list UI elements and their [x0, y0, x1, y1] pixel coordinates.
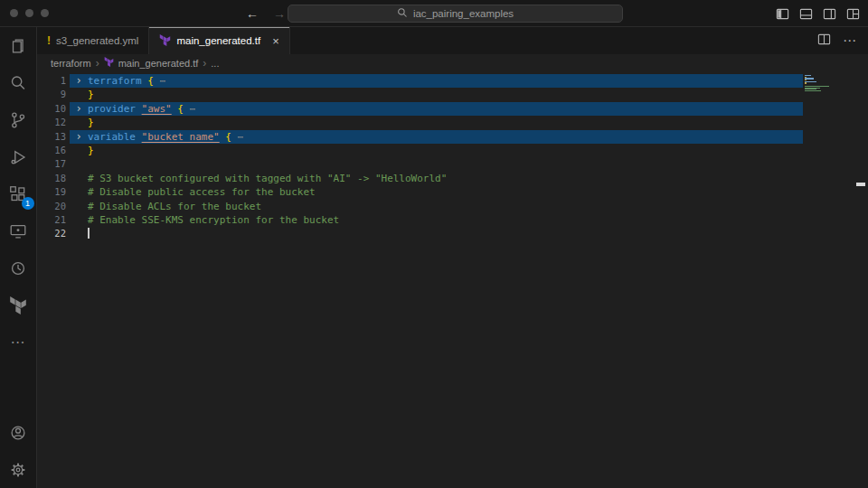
minimize-window-button[interactable] [25, 9, 33, 17]
minimap-line [805, 90, 821, 91]
code-text: variable "bucket_name" { ⋯ [88, 130, 243, 144]
terraform-sidebar-icon[interactable] [0, 286, 37, 324]
toggle-panel-icon[interactable] [799, 7, 813, 21]
breadcrumb-folder[interactable]: terraform [51, 58, 91, 69]
window-controls [0, 9, 49, 17]
breadcrumb-more[interactable]: ... [211, 58, 219, 69]
line-number: 1 [37, 74, 70, 88]
minimap[interactable] [805, 75, 843, 93]
fold-gutter [70, 213, 88, 227]
line-number: 13 [37, 130, 70, 144]
tab-label: main_generated.tf [176, 35, 260, 46]
fold-gutter [70, 144, 88, 157]
additional-views-icon[interactable]: ⋯ [0, 324, 37, 361]
line-number: 10 [37, 102, 70, 116]
code-line-18[interactable]: 18# S3 bucket configured with tagged wit… [37, 172, 868, 185]
code-line-20[interactable]: 20# Disable ACLs for the bucket [37, 200, 868, 213]
layout-controls [776, 0, 860, 27]
clock-extension-icon[interactable] [0, 249, 37, 286]
fold-gutter [70, 116, 88, 129]
accounts-icon[interactable] [0, 414, 37, 451]
code-text: terraform { ⋯ [88, 74, 165, 88]
fold-gutter [70, 157, 88, 171]
code-text: } [88, 144, 94, 157]
more-actions-icon[interactable]: ⋯ [843, 33, 857, 49]
code-line-21[interactable]: 21# Enable SSE-KMS encryption for the bu… [37, 213, 868, 227]
close-tab-icon[interactable]: × [272, 35, 279, 47]
code-text: # Disable public access for the bucket [88, 185, 316, 199]
code-line-16[interactable]: 16} [37, 144, 868, 157]
close-window-button[interactable] [10, 9, 18, 17]
code-editor[interactable]: 1›terraform { ⋯9}10›provider "aws" { ⋯12… [37, 71, 868, 488]
code-text: provider "aws" { ⋯ [88, 102, 195, 116]
code-line-9[interactable]: 9} [37, 88, 868, 101]
line-number: 12 [37, 116, 70, 129]
remote-explorer-icon[interactable] [0, 212, 37, 249]
minimap-line [805, 82, 807, 83]
warning-icon: ! [47, 34, 51, 47]
toggle-sidebar-icon[interactable] [776, 7, 789, 21]
fold-chevron-icon[interactable]: › [70, 130, 88, 144]
line-number: 20 [37, 200, 70, 213]
code-text [88, 227, 90, 240]
line-number: 18 [37, 172, 70, 185]
code-text: } [88, 116, 94, 129]
fold-gutter [70, 88, 88, 101]
source-control-icon[interactable] [0, 101, 37, 138]
fold-gutter [70, 200, 88, 213]
line-number: 16 [37, 144, 70, 157]
back-button[interactable]: ← [246, 6, 259, 21]
code-line-19[interactable]: 19# Disable public access for the bucket [37, 185, 868, 199]
code-lines: 1›terraform { ⋯9}10›provider "aws" { ⋯12… [37, 74, 868, 241]
code-text: # S3 bucket configured with tagged with … [88, 172, 447, 185]
search-sidebar-icon[interactable] [0, 64, 37, 101]
chevron-right-icon: › [203, 57, 206, 70]
fold-chevron-icon[interactable]: › [70, 74, 88, 88]
extensions-icon[interactable]: 1 [0, 175, 37, 212]
history-navigation: ← → [246, 0, 286, 27]
tab-bar: ! s3_generated.yml main_generated.tf × [37, 27, 868, 54]
customize-layout-icon[interactable] [846, 7, 860, 21]
tab-s3-generated-yml[interactable]: ! s3_generated.yml [37, 27, 149, 54]
code-line-1[interactable]: 1›terraform { ⋯ [37, 74, 868, 88]
code-line-13[interactable]: 13›variable "bucket_name" { ⋯ [37, 130, 868, 144]
fold-gutter [70, 227, 88, 240]
line-number: 17 [37, 157, 70, 171]
run-debug-icon[interactable] [0, 138, 37, 175]
settings-gear-icon[interactable] [0, 451, 37, 488]
split-editor-icon[interactable] [817, 33, 831, 50]
fold-chevron-icon[interactable]: › [70, 102, 88, 116]
editor-area: ! s3_generated.yml main_generated.tf × [37, 27, 868, 488]
terraform-file-icon [159, 34, 171, 48]
line-number: 9 [37, 88, 70, 101]
code-line-22[interactable]: 22 [37, 227, 868, 240]
title-bar: ← → iac_pairing_examples [0, 0, 868, 27]
code-line-12[interactable]: 12} [37, 116, 868, 129]
code-text: # Enable SSE-KMS encryption for the buck… [88, 213, 339, 227]
search-icon [397, 7, 408, 20]
code-line-10[interactable]: 10›provider "aws" { ⋯ [37, 102, 868, 116]
zoom-window-button[interactable] [41, 9, 49, 17]
breadcrumb: terraform › main_generated.tf › ... [37, 54, 868, 71]
text-cursor [88, 228, 90, 239]
tab-main-generated-tf[interactable]: main_generated.tf × [149, 27, 289, 54]
activity-bar: 1 ⋯ [0, 27, 37, 488]
line-number: 21 [37, 213, 70, 227]
overview-cursor-marker [856, 183, 865, 186]
line-number: 19 [37, 185, 70, 199]
vscode-window: ← → iac_pairing_examples [0, 0, 868, 488]
chevron-right-icon: › [96, 57, 99, 70]
line-number: 22 [37, 227, 70, 240]
explorer-icon[interactable] [0, 27, 37, 64]
search-label: iac_pairing_examples [413, 8, 514, 19]
toggle-secondary-sidebar-icon[interactable] [823, 7, 836, 21]
breadcrumb-file[interactable]: main_generated.tf [118, 58, 199, 69]
code-text: # Disable ACLs for the bucket [88, 200, 261, 213]
ellipsis-icon: ⋯ [11, 333, 26, 351]
code-line-17[interactable]: 17 [37, 157, 868, 171]
fold-gutter [70, 172, 88, 185]
command-center-search[interactable]: iac_pairing_examples [288, 5, 623, 23]
editor-actions: ⋯ [817, 27, 868, 54]
extensions-badge: 1 [22, 197, 34, 210]
forward-button[interactable]: → [273, 6, 286, 21]
